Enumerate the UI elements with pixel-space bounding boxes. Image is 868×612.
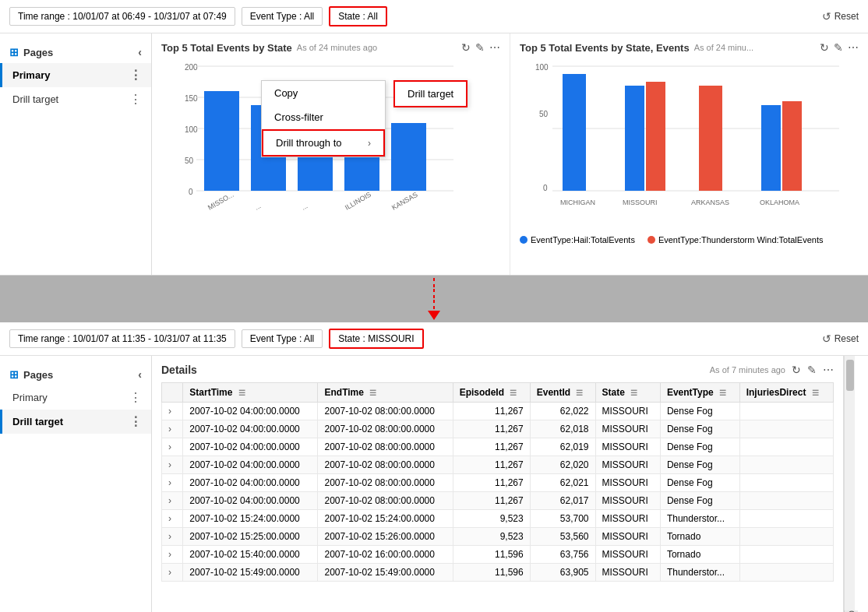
table-row[interactable]: › 2007-10-02 04:00:00.0000 2007-10-02 08… <box>162 474 834 492</box>
sidebar-collapse-top[interactable]: ‹ <box>138 46 142 58</box>
row-expand-3[interactable]: › <box>162 456 183 474</box>
row-episode-3: 11,267 <box>453 456 530 474</box>
injuriesdirect-filter-icon[interactable]: ☰ <box>812 389 819 397</box>
context-drillthrough[interactable]: Drill through to › <box>262 129 385 157</box>
time-range-filter-bottom[interactable]: Time range : 10/01/07 at 11:35 - 10/31/0… <box>9 329 235 348</box>
details-refresh[interactable]: ↻ <box>792 364 801 376</box>
chart-refresh-1[interactable]: ↻ <box>461 41 471 54</box>
row-start-2: 2007-10-02 04:00:00.0000 <box>183 438 318 456</box>
row-event-1: 62,018 <box>530 420 595 438</box>
chart-svg-2[interactable]: 100 50 0 <box>520 58 859 232</box>
svg-rect-26 <box>563 74 586 191</box>
chart-edit-1[interactable]: ✎ <box>475 41 485 54</box>
col-header-endtime[interactable]: EndTime ☰ <box>318 383 453 403</box>
starttime-filter-icon[interactable]: ☰ <box>238 389 245 397</box>
sidebar-collapse-bottom[interactable]: ‹ <box>138 368 142 381</box>
row-expand-8[interactable]: › <box>162 546 183 564</box>
row-type-1: Dense Fog <box>660 420 739 438</box>
drill-arrow <box>428 278 440 320</box>
col-header-episodeid[interactable]: EpisodeId ☰ <box>453 383 530 403</box>
reset-button-top[interactable]: ↺ Reset <box>822 10 859 23</box>
context-copy[interactable]: Copy <box>262 81 385 105</box>
table-row[interactable]: › 2007-10-02 15:24:00.0000 2007-10-02 15… <box>162 510 834 528</box>
col-header-eventid[interactable]: EventId ☰ <box>530 383 595 403</box>
table-row[interactable]: › 2007-10-02 15:40:00.0000 2007-10-02 16… <box>162 546 834 564</box>
row-state-8: MISSOURI <box>595 546 660 564</box>
row-injuries-4 <box>739 474 833 492</box>
table-row[interactable]: › 2007-10-02 04:00:00.0000 2007-10-02 08… <box>162 420 834 438</box>
eventtype-filter-icon[interactable]: ☰ <box>719 389 726 397</box>
table-row[interactable]: › 2007-10-02 04:00:00.0000 2007-10-02 08… <box>162 438 834 456</box>
sidebar-item-drill-dots-bottom[interactable]: ⋮ <box>129 414 142 429</box>
row-type-5: Dense Fog <box>660 492 739 510</box>
eventid-filter-icon[interactable]: ☰ <box>576 389 583 397</box>
row-episode-2: 11,267 <box>453 438 530 456</box>
sidebar-item-primary-bottom[interactable]: Primary ⋮ <box>0 385 151 410</box>
drill-target-popup-label: Drill target <box>408 88 453 100</box>
sidebar-item-drill-dots-top[interactable]: ⋮ <box>129 92 142 107</box>
event-type-filter-top[interactable]: Event Type : All <box>242 7 323 26</box>
row-episode-8: 11,596 <box>453 546 530 564</box>
context-crossfilter-label: Cross-filter <box>274 111 323 123</box>
row-type-6: Thunderstor... <box>660 510 739 528</box>
chart-actions-1: ↻ ✎ ⋯ <box>461 41 500 54</box>
chart-refresh-2[interactable]: ↻ <box>820 41 829 54</box>
col-header-injuriesdirect[interactable]: InjuriesDirect ☰ <box>739 383 833 403</box>
drill-target-popup[interactable]: Drill target <box>393 80 468 107</box>
row-expand-4[interactable]: › <box>162 474 183 492</box>
table-row[interactable]: › 2007-10-02 04:00:00.0000 2007-10-02 08… <box>162 403 834 420</box>
row-start-8: 2007-10-02 15:40:00.0000 <box>183 546 318 564</box>
col-header-eventtype[interactable]: EventType ☰ <box>660 383 739 403</box>
sidebar-item-drill-bottom[interactable]: Drill target ⋮ <box>0 410 151 434</box>
row-type-8: Tornado <box>660 546 739 564</box>
row-expand-1[interactable]: › <box>162 420 183 438</box>
table-row[interactable]: › 2007-10-02 15:49:00.0000 2007-10-02 15… <box>162 564 834 582</box>
row-expand-6[interactable]: › <box>162 510 183 528</box>
table-wrapper[interactable]: StartTime ☰ EndTime ☰ EpisodeId ☰ EventI… <box>161 382 834 582</box>
row-start-7: 2007-10-02 15:25:00.0000 <box>183 528 318 546</box>
table-row[interactable]: › 2007-10-02 04:00:00.0000 2007-10-02 08… <box>162 492 834 510</box>
table-row[interactable]: › 2007-10-02 04:00:00.0000 2007-10-02 08… <box>162 456 834 474</box>
chart-more-1[interactable]: ⋯ <box>489 41 500 54</box>
row-expand-0[interactable]: › <box>162 403 183 420</box>
row-event-8: 63,756 <box>530 546 595 564</box>
chart-more-2[interactable]: ⋯ <box>848 41 859 54</box>
col-header-starttime[interactable]: StartTime ☰ <box>183 383 318 403</box>
col-header-state[interactable]: State ☰ <box>595 383 660 403</box>
svg-rect-31 <box>782 101 802 191</box>
sidebar-item-primary-dots-top[interactable]: ⋮ <box>129 68 142 83</box>
svg-text:...: ... <box>253 202 263 211</box>
row-end-3: 2007-10-02 08:00:00.0000 <box>318 456 453 474</box>
reset-icon-top: ↺ <box>822 10 831 23</box>
table-row[interactable]: › 2007-10-02 15:25:00.0000 2007-10-02 15… <box>162 528 834 546</box>
table-body: › 2007-10-02 04:00:00.0000 2007-10-02 08… <box>162 403 834 582</box>
reset-button-bottom[interactable]: ↺ Reset <box>822 332 859 345</box>
row-expand-5[interactable]: › <box>162 492 183 510</box>
sidebar-item-drill-top[interactable]: Drill target ⋮ <box>0 87 151 111</box>
details-more[interactable]: ⋯ <box>823 364 834 376</box>
row-expand-9[interactable]: › <box>162 564 183 582</box>
chart-edit-2[interactable]: ✎ <box>834 41 843 54</box>
svg-rect-30 <box>761 105 781 191</box>
context-crossfilter[interactable]: Cross-filter <box>262 105 385 129</box>
row-type-9: Thunderstor... <box>660 564 739 582</box>
row-expand-7[interactable]: › <box>162 528 183 546</box>
table-header-row: StartTime ☰ EndTime ☰ EpisodeId ☰ EventI… <box>162 383 834 403</box>
state-filter-top[interactable]: State : All <box>329 6 387 26</box>
row-expand-2[interactable]: › <box>162 438 183 456</box>
row-start-3: 2007-10-02 04:00:00.0000 <box>183 456 318 474</box>
details-edit[interactable]: ✎ <box>807 364 817 376</box>
svg-text:200: 200 <box>185 63 198 72</box>
endtime-filter-icon[interactable]: ☰ <box>369 389 376 397</box>
sidebar-item-primary-dots-bottom[interactable]: ⋮ <box>129 390 142 405</box>
scrollbar[interactable] <box>844 356 855 610</box>
event-type-filter-bottom[interactable]: Event Type : All <box>242 329 323 348</box>
legend-dot-hail <box>520 236 528 244</box>
state-filter-bottom[interactable]: State : MISSOURI <box>329 329 423 349</box>
chart2-legend: EventType:Hail:TotalEvents EventType:Thu… <box>520 235 859 244</box>
time-range-filter-top[interactable]: Time range : 10/01/07 at 06:49 - 10/31/0… <box>9 7 235 26</box>
scroll-thumb[interactable] <box>846 360 854 391</box>
episodeid-filter-icon[interactable]: ☰ <box>510 389 517 397</box>
state-filter-icon[interactable]: ☰ <box>630 389 637 397</box>
sidebar-item-primary-top[interactable]: Primary ⋮ <box>0 63 151 87</box>
